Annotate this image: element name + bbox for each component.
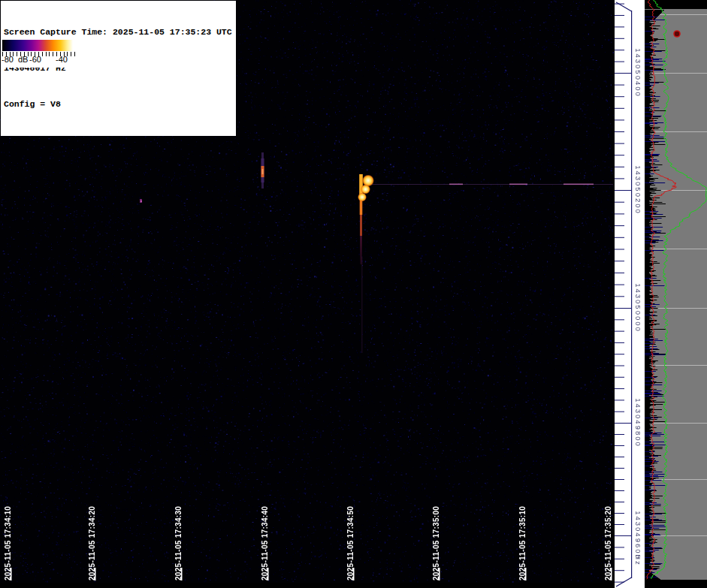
time-axis-label: 2025-11-05 17:35:10 bbox=[518, 506, 527, 580]
time-axis-label: 2025-11-05 17:34:30 bbox=[174, 506, 183, 580]
color-scale-legend: -80 dB -60 -40 bbox=[1, 39, 77, 68]
time-axis-label: 2025-11-05 17:34:40 bbox=[261, 506, 269, 580]
time-axis-label: 2025-11-05 17:34:10 bbox=[4, 506, 12, 580]
time-axis-label: 2025-11-05 17:35:20 bbox=[604, 506, 612, 580]
color-scale-label-mid: -60 bbox=[29, 55, 41, 64]
freq-axis-unit: Hz bbox=[634, 554, 642, 566]
freq-axis-label: 143050400 bbox=[634, 48, 642, 98]
freq-axis-label: 143050000 bbox=[634, 283, 642, 333]
freq-axis-label: 143049800 bbox=[634, 398, 642, 448]
color-gradient-bar bbox=[2, 40, 75, 51]
freq-axis-label: 143050200 bbox=[634, 165, 642, 215]
color-scale-label-min: -80 bbox=[2, 55, 14, 64]
time-axis-label: 2025-11-05 17:35:00 bbox=[432, 506, 440, 580]
config-text: Config = V8 bbox=[4, 98, 232, 110]
time-axis-label: 2025-11-05 17:34:20 bbox=[88, 506, 96, 580]
color-scale-label-max: -40 bbox=[56, 55, 68, 64]
spectrum-lab-screen-capture: Screen Capture Time: 2025-11-05 17:35:23… bbox=[0, 0, 707, 588]
time-axis-label: 2025-11-05 17:34:50 bbox=[346, 506, 355, 580]
color-scale-unit-label: dB bbox=[18, 55, 28, 64]
capture-time-text: Screen Capture Time: 2025-11-05 17:35:23… bbox=[4, 26, 232, 38]
info-box: Screen Capture Time: 2025-11-05 17:35:23… bbox=[1, 1, 236, 136]
freq-axis-label: 143049600 bbox=[634, 511, 642, 560]
